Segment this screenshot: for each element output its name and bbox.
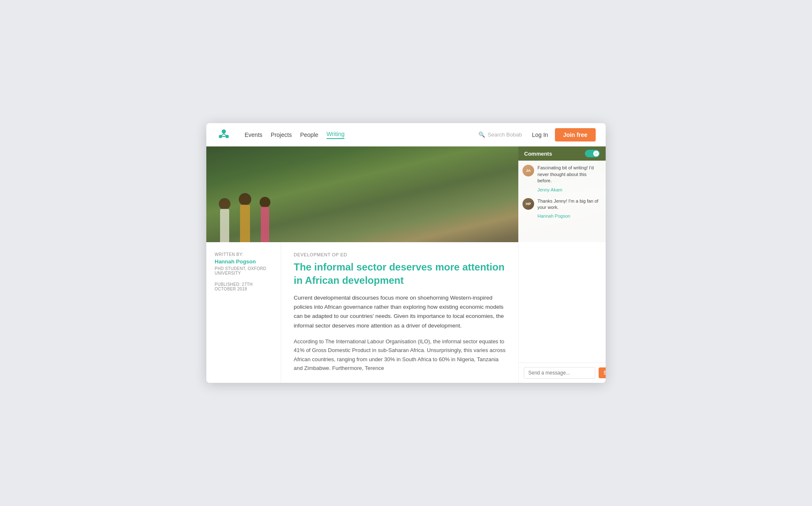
comment-item-1: JA Fascinating bit of writing! I'd never… <box>522 165 602 193</box>
search-area: 🔍 Search Bobab <box>478 131 522 138</box>
article-content: Development Op Ed The informal sector de… <box>281 242 518 382</box>
comment-item-2: HP Thanks Jenny! I'm a big fan of your w… <box>522 198 602 220</box>
hero-image-area: Comments ✓ JA Fascinating bit of writi <box>206 146 606 242</box>
join-free-button[interactable]: Join free <box>555 128 596 141</box>
message-input[interactable] <box>524 367 595 379</box>
comment-author-1[interactable]: Jenny Akam <box>537 187 562 192</box>
comment-text-1: Fascinating bit of writing! I'd never th… <box>537 165 602 184</box>
article-intro: Current developmental discourses focus m… <box>294 293 506 330</box>
article-body: According to The International Labour Or… <box>294 337 506 373</box>
right-comments-panel: Send <box>518 242 606 382</box>
toggle-check-icon: ✓ <box>595 152 598 156</box>
author-title: PHD STUDENT, OXFORD UNIVERSITY <box>215 266 272 275</box>
comment-text-2: Thanks Jenny! I'm a big fan of your work… <box>537 198 602 211</box>
avatar-hannah-initials: HP <box>526 202 531 206</box>
article-category: Development Op Ed <box>294 252 506 257</box>
content-wrapper: Written By: Hannah Pogson PHD STUDENT, O… <box>206 242 606 382</box>
comments-toggle[interactable]: ✓ <box>585 150 600 157</box>
comments-header: Comments ✓ <box>518 146 606 161</box>
search-icon: 🔍 <box>478 131 485 138</box>
comment-body-1: Fascinating bit of writing! I'd never th… <box>537 165 602 193</box>
send-button[interactable]: Send <box>599 367 606 378</box>
navigation: Events Projects People Writing 🔍 Search … <box>206 123 606 146</box>
avatar-hannah: HP <box>522 198 534 210</box>
comments-empty-space <box>519 242 606 362</box>
comment-body-2: Thanks Jenny! I'm a big fan of your work… <box>537 198 602 220</box>
hero-figures <box>219 193 270 242</box>
comments-title: Comments <box>524 151 552 157</box>
nav-links: Events Projects People Writing <box>245 131 468 139</box>
author-name[interactable]: Hannah Pogson <box>215 258 272 265</box>
author-sidebar: Written By: Hannah Pogson PHD STUDENT, O… <box>206 242 281 382</box>
nav-right: Log In Join free <box>532 128 596 141</box>
svg-point-0 <box>222 129 226 134</box>
comments-overlay: Comments ✓ JA Fascinating bit of writi <box>518 146 606 242</box>
comment-author-2[interactable]: Hannah Pogson <box>537 213 570 218</box>
search-placeholder-text[interactable]: Search Bobab <box>488 131 522 138</box>
comment-list: JA Fascinating bit of writing! I'd never… <box>518 161 606 223</box>
login-button[interactable]: Log In <box>532 131 548 138</box>
site-logo[interactable] <box>216 127 231 142</box>
published-label: Published: 27th October 2018 <box>215 282 272 291</box>
written-by-label: Written By: <box>215 252 272 257</box>
nav-projects[interactable]: Projects <box>271 131 292 138</box>
article-title: The informal sector deserves more attent… <box>294 260 506 286</box>
nav-people[interactable]: People <box>300 131 318 138</box>
avatar-jenny-initials: JA <box>526 169 531 173</box>
nav-events[interactable]: Events <box>245 131 262 138</box>
message-input-area: Send <box>519 362 606 383</box>
nav-writing[interactable]: Writing <box>327 131 344 139</box>
browser-window: Events Projects People Writing 🔍 Search … <box>206 123 606 382</box>
avatar-jenny: JA <box>522 165 534 176</box>
